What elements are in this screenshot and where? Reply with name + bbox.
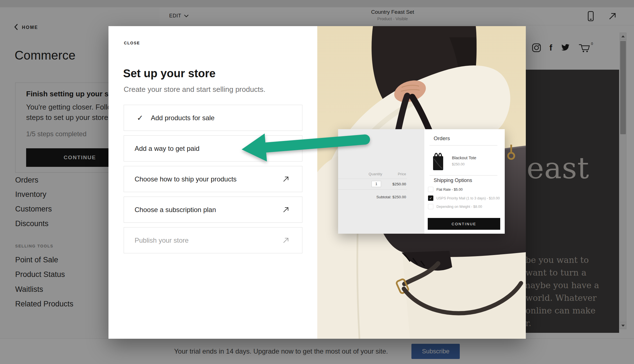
price-header: Price — [398, 172, 406, 176]
step-subscription-plan[interactable]: Choose a subscription plan — [124, 197, 302, 223]
shipping-option-usps: ✓ USPS Priority Mail (1 to 3 days) - $10… — [428, 195, 500, 201]
line-price: $250.00 — [392, 182, 406, 186]
cart-table-screenshot: Quantity Price 1 $250.00 Subtotal: $250.… — [338, 129, 424, 234]
arrow-up-right-icon — [282, 145, 289, 153]
shipping-option-weight: Depending on Weight - $8.00 — [428, 204, 482, 209]
screenshot-continue-button: CONTINUE — [428, 218, 500, 230]
arrow-up-right-icon — [282, 237, 289, 245]
product-price: $250.00 — [452, 162, 465, 166]
quantity-field: 1 — [372, 181, 381, 187]
checkbox-checked-icon: ✓ — [428, 195, 433, 201]
product-name: Blackout Tote — [452, 156, 476, 160]
step-add-products[interactable]: ✓ Add products for sale — [124, 105, 302, 131]
quantity-header: Quantity — [369, 172, 382, 176]
setup-store-modal: CLOSE Set up your store Create your stor… — [108, 26, 526, 339]
modal-subtitle: Create your store and start selling prod… — [124, 85, 265, 94]
product-thumbnail — [431, 149, 446, 174]
step-get-paid[interactable]: Add a way to get paid — [124, 135, 302, 161]
setup-steps-list: ✓ Add products for sale Add a way to get… — [124, 105, 302, 258]
step-shipping[interactable]: Choose how to ship your products — [124, 166, 302, 192]
setup-store-modal-content: CLOSE Set up your store Create your stor… — [108, 26, 317, 339]
step-publish-store: Publish your store — [124, 227, 302, 253]
arrow-up-right-icon — [282, 176, 289, 184]
orders-screenshot-panel: Quantity Price 1 $250.00 Subtotal: $250.… — [338, 129, 505, 234]
subtotal: Subtotal: $250.00 — [376, 195, 406, 199]
checkbox-unchecked-icon — [428, 187, 433, 192]
shipping-options-heading: Shipping Options — [434, 178, 472, 183]
app-root: HOME Commerce Finish setting up your sto… — [0, 0, 634, 364]
orders-heading: Orders — [434, 135, 450, 142]
orders-sidebar-screenshot: Orders Blackout Tote $250.00 Shipping Op… — [424, 129, 505, 234]
modal-title: Set up your store — [123, 67, 216, 80]
shipping-option-flat-rate: Flat Rate - $5.00 — [428, 187, 463, 192]
checkbox-unchecked-icon — [428, 204, 433, 209]
arrow-up-right-icon — [282, 206, 289, 214]
close-button[interactable]: CLOSE — [124, 41, 140, 45]
check-icon: ✓ — [137, 113, 143, 122]
